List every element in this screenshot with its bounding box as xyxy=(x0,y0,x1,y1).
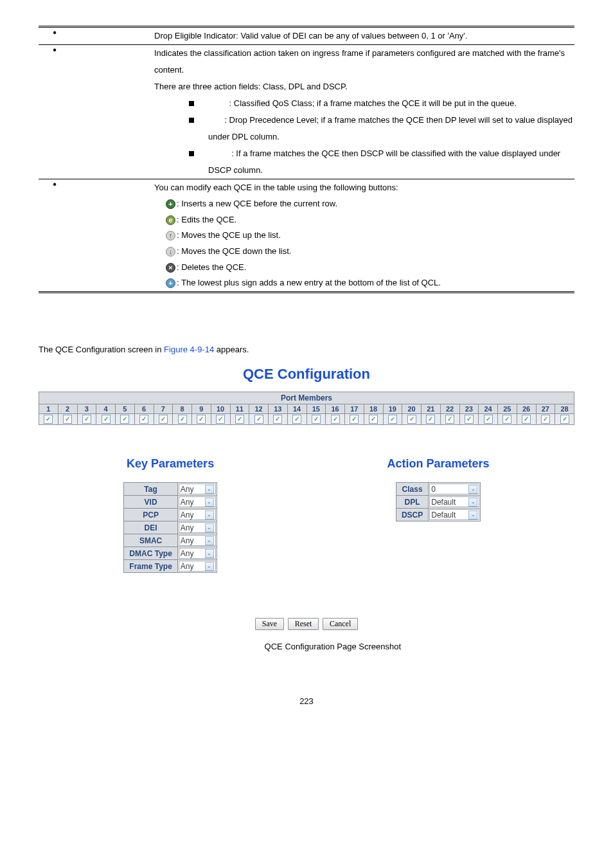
port-checkbox-23[interactable]: ✓ xyxy=(459,414,479,425)
figure-caption: Figure 4-9-14 QCE Configuration Page Scr… xyxy=(39,642,574,651)
action-select-dscp[interactable]: Default⌄ xyxy=(429,509,479,520)
port-members-header: Port Members xyxy=(39,392,574,404)
action-parameters-title: Action Parameters xyxy=(387,457,490,471)
page-number: 223 xyxy=(39,696,574,706)
key-label-frame-type: Frame Type xyxy=(124,560,177,573)
key-select-pcp[interactable]: Any⌄ xyxy=(179,509,216,520)
sub-label-class: Class xyxy=(208,98,229,108)
port-col-2: 2 xyxy=(58,404,77,414)
qce-config-title: QCE Configuration xyxy=(39,366,574,383)
port-checkbox-22[interactable]: ✓ xyxy=(440,414,459,425)
port-checkbox-24[interactable]: ✓ xyxy=(479,414,498,425)
square-bullet-icon xyxy=(189,101,194,106)
edit-icon: e xyxy=(166,215,175,225)
port-col-15: 15 xyxy=(306,404,326,414)
button-row: Save Reset Cancel xyxy=(39,618,574,630)
port-checkbox-18[interactable]: ✓ xyxy=(364,414,383,425)
sub-text: : If a frame matches the QCE then DSCP w… xyxy=(208,149,560,175)
port-checkbox-15[interactable]: ✓ xyxy=(306,414,326,425)
port-col-4: 4 xyxy=(96,404,116,414)
port-checkbox-13[interactable]: ✓ xyxy=(269,414,288,425)
key-parameters-title: Key Parameters xyxy=(123,457,217,471)
key-label-pcp: PCP xyxy=(124,509,177,521)
port-checkbox-9[interactable]: ✓ xyxy=(192,414,211,425)
chevron-down-icon: ⌄ xyxy=(205,485,214,494)
port-checkbox-16[interactable]: ✓ xyxy=(326,414,345,425)
key-label-dei: DEI xyxy=(124,521,177,534)
bullet: • xyxy=(39,45,71,179)
figure-link[interactable]: Figure 4-9-14 xyxy=(164,345,214,354)
port-checkbox-12[interactable]: ✓ xyxy=(249,414,269,425)
port-checkbox-14[interactable]: ✓ xyxy=(287,414,306,425)
mod-text: : Moves the QCE down the list. xyxy=(177,244,291,260)
key-select-vid[interactable]: Any⌄ xyxy=(179,496,216,507)
bullet: • xyxy=(39,179,71,293)
square-bullet-icon xyxy=(189,118,194,123)
square-bullet-icon xyxy=(189,151,194,156)
port-col-26: 26 xyxy=(517,404,536,414)
chevron-down-icon: ⌄ xyxy=(468,485,477,494)
key-label-tag: Tag xyxy=(124,483,177,496)
port-col-9: 9 xyxy=(192,404,211,414)
port-checkbox-25[interactable]: ✓ xyxy=(498,414,517,425)
port-col-6: 6 xyxy=(134,404,154,414)
chevron-down-icon: ⌄ xyxy=(468,498,477,507)
port-col-25: 25 xyxy=(498,404,517,414)
key-select-dei[interactable]: Any⌄ xyxy=(179,522,216,533)
port-checkbox-19[interactable]: ✓ xyxy=(383,414,402,425)
port-checkbox-20[interactable]: ✓ xyxy=(402,414,422,425)
chevron-down-icon: ⌄ xyxy=(205,562,214,571)
action-label-dscp: DSCP xyxy=(396,509,428,521)
intro-text: The QCE Configuration screen in Figure 4… xyxy=(39,345,574,354)
action-select-dpl[interactable]: Default⌄ xyxy=(429,496,479,507)
chevron-down-icon: ⌄ xyxy=(205,511,214,520)
key-select-tag[interactable]: Any⌄ xyxy=(179,484,216,494)
port-checkbox-2[interactable]: ✓ xyxy=(58,414,77,425)
chevron-down-icon: ⌄ xyxy=(205,523,214,532)
mod-text: : Edits the QCE. xyxy=(177,212,236,228)
port-col-18: 18 xyxy=(364,404,383,414)
port-col-22: 22 xyxy=(440,404,459,414)
port-checkbox-3[interactable]: ✓ xyxy=(77,414,96,425)
move-down-icon: ↓ xyxy=(166,247,175,257)
key-select-smac[interactable]: Any⌄ xyxy=(179,535,216,546)
port-col-10: 10 xyxy=(211,404,230,414)
port-col-8: 8 xyxy=(173,404,192,414)
sub-text: : Classified QoS Class; if a frame match… xyxy=(229,98,517,108)
port-checkbox-28[interactable]: ✓ xyxy=(555,414,574,425)
port-checkbox-6[interactable]: ✓ xyxy=(134,414,154,425)
port-checkbox-17[interactable]: ✓ xyxy=(345,414,364,425)
port-checkbox-21[interactable]: ✓ xyxy=(422,414,441,425)
port-checkbox-5[interactable]: ✓ xyxy=(116,414,135,425)
port-col-13: 13 xyxy=(269,404,288,414)
chevron-down-icon: ⌄ xyxy=(205,498,214,507)
save-button[interactable]: Save xyxy=(255,618,284,630)
chevron-down-icon: ⌄ xyxy=(205,549,214,558)
port-col-5: 5 xyxy=(116,404,135,414)
mod-text: : Deletes the QCE. xyxy=(177,260,246,276)
key-select-dmac-type[interactable]: Any⌄ xyxy=(179,548,216,559)
key-parameters-panel: Key Parameters TagAny⌄VIDAny⌄PCPAny⌄DEIA… xyxy=(123,457,217,573)
port-checkbox-8[interactable]: ✓ xyxy=(173,414,192,425)
reset-button[interactable]: Reset xyxy=(288,618,319,630)
key-select-frame-type[interactable]: Any⌄ xyxy=(179,561,216,572)
port-checkbox-26[interactable]: ✓ xyxy=(517,414,536,425)
port-checkbox-1[interactable]: ✓ xyxy=(39,414,58,425)
port-checkbox-11[interactable]: ✓ xyxy=(230,414,249,425)
port-col-20: 20 xyxy=(402,404,422,414)
description-table: • Drop Eligible Indicator: Valid value o… xyxy=(39,26,574,293)
add-icon: + xyxy=(166,278,175,288)
mod-text: : The lowest plus sign adds a new entry … xyxy=(177,275,441,291)
port-checkbox-27[interactable]: ✓ xyxy=(536,414,555,425)
action-select-class[interactable]: 0⌄ xyxy=(429,484,479,494)
cancel-button[interactable]: Cancel xyxy=(323,618,358,630)
port-checkbox-4[interactable]: ✓ xyxy=(96,414,116,425)
port-checkbox-7[interactable]: ✓ xyxy=(154,414,173,425)
action-label-class: Class xyxy=(396,483,428,496)
action-parameters-panel: Action Parameters Class0⌄DPLDefault⌄DSCP… xyxy=(387,457,490,573)
mod-text: : Inserts a new QCE before the current r… xyxy=(177,196,337,212)
desc-row-dei: Drop Eligible Indicator: Valid value of … xyxy=(154,27,574,45)
port-checkbox-10[interactable]: ✓ xyxy=(211,414,230,425)
sub-label-dpl: DPL xyxy=(208,115,224,125)
sub-text: : Drop Precedence Level; if a frame matc… xyxy=(208,115,573,141)
